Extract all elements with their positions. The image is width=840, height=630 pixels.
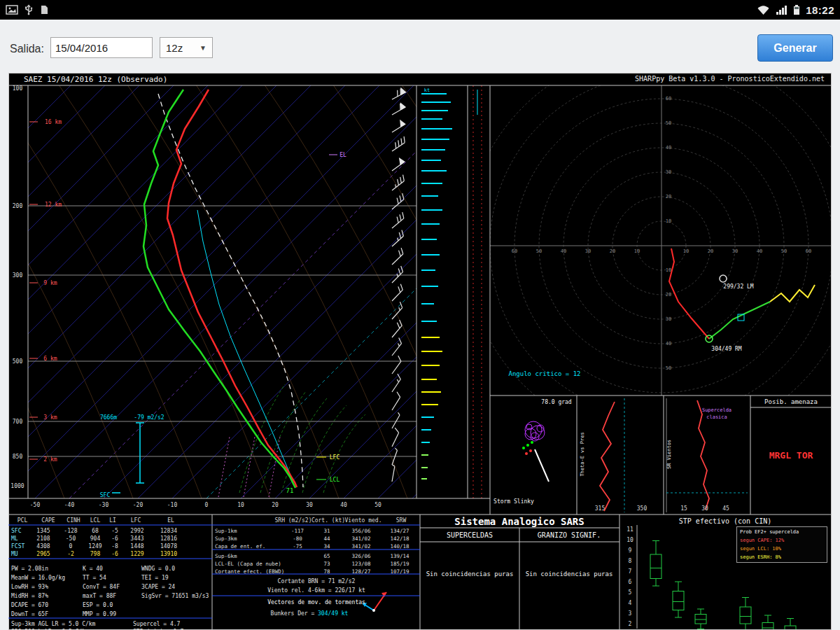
app-version: SHARPpy Beta v1.3.0 - PronosticoExtendid…	[635, 75, 825, 83]
sars-hail-header: GRANIZO SIGNIF.	[538, 531, 601, 539]
stp-probability-legend: Prob EF2+ supercelda segun CAPE: 12% seg…	[736, 526, 827, 563]
bunkers-right-value: 304/49 kt	[318, 610, 348, 617]
slinky-angle: 78.0 grad	[541, 399, 571, 405]
thetae-title: Theta-E vs Pres	[580, 432, 585, 476]
stp-title: STP efectivo (con CIN)	[679, 517, 771, 525]
left-mover-marker	[720, 275, 727, 282]
stp-legend-row: segun ESRH: 8%	[740, 553, 824, 561]
kinematics-row: Cortante efect. (EBWD)78128/27107/19	[212, 568, 420, 575]
dewpoint-profile	[144, 90, 295, 488]
storm-slinky-graphic	[522, 421, 549, 482]
right-mover-label: 304/49 RM	[711, 346, 741, 352]
effective-inflow-srh: -79 m2/s2	[134, 414, 164, 421]
stp-legend-row: segun LCL: 10%	[740, 545, 824, 553]
srwind-title: SR Vientos	[666, 440, 672, 469]
status-bar: 18:22	[0, 0, 840, 20]
storm-motion-title: Vectores de mov. de tormentas	[267, 599, 365, 606]
thermo-row: SFC1345-12868-5299212834	[8, 528, 212, 534]
sounding-title: SAEZ 15/04/2016 12z (Observado)	[24, 75, 167, 84]
left-mover-label: 299/32 LM	[723, 284, 753, 290]
lfc-label: LFC	[330, 454, 340, 461]
clock: 18:22	[806, 4, 834, 16]
stp-legend-row: segun CAPE: 12%	[740, 536, 824, 545]
threat-title: Posib. amenaza	[764, 398, 818, 405]
hodograph-rings	[465, 73, 832, 442]
wifi-icon	[757, 4, 770, 15]
storm-vector-arrows	[363, 592, 386, 612]
threat-value: MRGL TOR	[769, 450, 813, 461]
bunkers-right: Bunkers Der = 304/49 kt	[271, 610, 349, 617]
wind-barbs	[387, 88, 407, 482]
skewt-extra-lines	[28, 122, 416, 497]
generate-button[interactable]: Generar	[757, 34, 833, 62]
kinematics-row: LCL-EL (Capa de nube)73123/08185/19	[212, 561, 420, 567]
sars-supercell-header: SUPERCELDAS	[447, 531, 493, 539]
sd-card-icon	[39, 4, 48, 15]
thermo-row: FCST430801249-8144814078	[8, 543, 212, 550]
stp-legend-title: Prob EF2+ supercelda	[740, 528, 824, 536]
usb-icon	[24, 4, 34, 15]
run-select-value: 12z	[166, 42, 183, 54]
indices-col-1: PW = 2.08inMeanW = 16.0g/kgLowRH = 93%Mi…	[11, 564, 81, 619]
indices-col-2: K = 40TT = 54ConvT = 84FmaxT = 88FESP = …	[83, 564, 141, 619]
surface-temp-label: 71	[286, 487, 294, 494]
thermo-row: ML2108-50904-6344312816	[8, 536, 212, 542]
srwind-note-2: clasica	[706, 414, 727, 420]
chevron-down-icon: ▼	[200, 44, 206, 52]
sars-title: Sistema Analogico SARS	[454, 516, 584, 527]
sfc-label: SFC	[100, 492, 110, 498]
el-label: EL	[340, 152, 346, 158]
parcel-profile	[158, 94, 303, 487]
slinky-title: Storm Slinky	[493, 498, 534, 505]
sounding-chart: SAEZ 15/04/2016 12z (Observado) SHARPpy …	[8, 73, 832, 630]
browser-page: Salida: 12z ▼ Generar	[0, 20, 840, 630]
wetbulb-profile	[197, 210, 295, 487]
kinematics-row: Sup-1km-11731356/06134/27	[212, 528, 420, 534]
date-input[interactable]	[50, 37, 153, 58]
kinematics-row: Sup-6km65326/06139/14	[212, 553, 420, 559]
brn-shear-line: Cortante BRN = 71 m2/s2	[278, 578, 356, 584]
indices-col-3: WNDG = 0.0TEI = 193CAPE = 24SigSvr = 716…	[141, 564, 211, 601]
sars-supercell-result: Sin coincidencias puras	[426, 570, 514, 578]
srwind-note-1: Supercelda	[702, 407, 732, 413]
salida-label: Salida:	[10, 43, 44, 55]
wind-speed-bars	[421, 94, 452, 479]
kinematics-row: Capa de ent. ef.-7534341/02140/18	[212, 543, 420, 550]
thetae-curve	[600, 402, 615, 511]
kinematics-row: Sup-3km-8044341/02142/18	[212, 536, 420, 542]
lcl-label: LCL	[330, 477, 340, 483]
wind-unit-label: kt	[424, 88, 430, 93]
battery-icon	[793, 4, 800, 15]
temperature-profile	[167, 90, 297, 487]
advection-strip	[473, 85, 482, 498]
supercell-index: Supercel = 4.7	[133, 621, 180, 627]
signal-icon	[776, 4, 788, 15]
thermo-row-mu: MU2965-2798-6122913910	[8, 551, 212, 557]
effective-inflow-top: 7666m	[100, 414, 117, 421]
sars-hail-result: Sin coincidencias puras	[526, 570, 613, 578]
screenshot-icon	[6, 4, 18, 15]
hodograph-low-trace	[669, 248, 709, 339]
critical-angle-label: Angulo critico = 12	[509, 370, 581, 377]
lapse-rate-line: Sup-3km AGL LR = 5.0 C/km	[11, 621, 95, 627]
relative-wind-line: Viento rel. 4-6km = 226/17 kt	[267, 587, 365, 594]
skewt-background	[8, 73, 832, 521]
run-select[interactable]: 12z ▼	[160, 37, 213, 58]
